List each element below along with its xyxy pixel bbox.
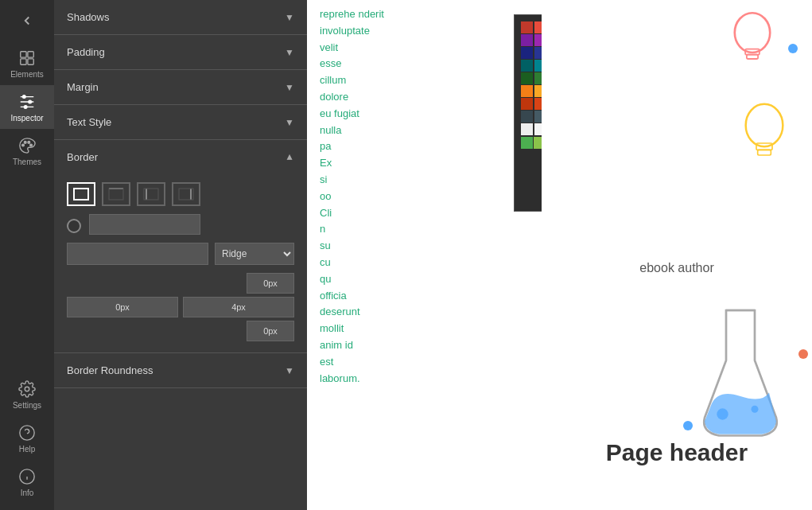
- sidebar-item-info[interactable]: Info: [0, 460, 54, 504]
- color-cell[interactable]: [521, 137, 533, 149]
- document-text: reprehe nderit involuptate velit esse ci…: [307, 0, 514, 510]
- border-color-swatch[interactable]: [67, 219, 81, 233]
- border-top-btn[interactable]: [102, 182, 130, 206]
- padding-label: Padding: [67, 46, 105, 58]
- margin-header[interactable]: Margin ▼: [54, 70, 307, 104]
- color-cell[interactable]: [521, 60, 533, 72]
- sidebar-item-label: Settings: [13, 401, 41, 410]
- border-left-dim[interactable]: 0px: [67, 297, 178, 317]
- border-content: Ridge Solid Dashed Dotted Double Groove …: [54, 174, 307, 352]
- sidebar-item-inspector[interactable]: Inspector: [0, 85, 54, 129]
- color-cell[interactable]: [521, 72, 533, 84]
- border-roundness-section: Border Roundness ▼: [54, 353, 307, 388]
- border-style-row: [67, 182, 294, 206]
- sidebar-item-themes[interactable]: Themes: [0, 129, 54, 173]
- svg-rect-19: [109, 189, 123, 200]
- flask-icon: [693, 303, 788, 446]
- doc-line: oo: [320, 189, 501, 205]
- chevron-down-icon: ▼: [285, 117, 294, 128]
- dot-blue-icon: [788, 44, 798, 53]
- border-right-btn[interactable]: [172, 182, 200, 206]
- doc-line: eu fugiat: [320, 106, 501, 123]
- svg-point-31: [752, 406, 759, 413]
- border-dims-row: 0px 4px: [67, 297, 294, 317]
- sidebar-item-help[interactable]: Help: [0, 416, 54, 460]
- color-cell[interactable]: [521, 34, 533, 46]
- page-header-text: Page header: [542, 439, 812, 466]
- doc-line: anim id: [320, 337, 501, 354]
- ebook-author-text: ebook author: [542, 261, 812, 275]
- doc-line: nulla: [320, 123, 501, 139]
- shadows-header[interactable]: Shadows ▼: [54, 0, 307, 34]
- border-style-input[interactable]: [67, 243, 208, 265]
- doc-line: involuptate: [320, 23, 501, 40]
- margin-label: Margin: [67, 81, 99, 93]
- bulb-pink-icon: [717, 8, 788, 72]
- doc-line: mollit: [320, 321, 501, 337]
- svg-point-9: [28, 142, 30, 144]
- doc-line: Cli: [320, 205, 501, 222]
- svg-rect-17: [74, 189, 88, 200]
- bulb-yellow-icon: [725, 95, 804, 175]
- svg-point-4: [23, 95, 26, 99]
- color-cell[interactable]: [521, 21, 533, 33]
- svg-point-5: [29, 100, 32, 103]
- padding-header[interactable]: Padding ▼: [54, 35, 307, 69]
- border-section: Border ▼: [54, 140, 307, 353]
- border-all-btn[interactable]: [67, 182, 95, 206]
- sidebar-item-elements[interactable]: Elements: [0, 41, 54, 85]
- border-bottom-dim[interactable]: 0px: [247, 321, 294, 341]
- doc-line: laborum.: [320, 371, 501, 387]
- sidebar-item-label: Help: [19, 445, 36, 454]
- svg-point-24: [735, 13, 770, 53]
- doc-line: n: [320, 221, 501, 238]
- left-nav: Elements Inspector Themes Settings: [0, 0, 54, 510]
- color-cell[interactable]: [521, 47, 533, 59]
- doc-line: su: [320, 238, 501, 255]
- border-color-bar[interactable]: [89, 214, 200, 235]
- sidebar-item-label: Themes: [13, 158, 41, 166]
- border-right-dim[interactable]: 4px: [183, 297, 294, 317]
- doc-line: qu: [320, 271, 501, 288]
- doc-line: reprehe nderit: [320, 6, 501, 23]
- shadows-section: Shadows ▼: [54, 0, 307, 35]
- color-cell[interactable]: [521, 98, 533, 110]
- svg-rect-29: [758, 150, 771, 155]
- doc-line: cu: [320, 255, 501, 271]
- text-style-label: Text Style: [67, 116, 111, 128]
- padding-section: Padding ▼: [54, 35, 307, 70]
- color-cell[interactable]: [521, 123, 533, 135]
- chevron-down-icon: ▼: [285, 47, 294, 58]
- chevron-down-icon: ▼: [285, 82, 294, 93]
- color-cell[interactable]: [521, 85, 533, 97]
- svg-point-12: [20, 426, 34, 440]
- svg-point-11: [25, 387, 29, 391]
- doc-line: si: [320, 172, 501, 189]
- svg-point-7: [22, 144, 25, 146]
- chevron-down-icon: ▼: [285, 12, 294, 23]
- sidebar-item-settings[interactable]: Settings: [0, 372, 54, 416]
- dot-blue-2-icon: [683, 421, 693, 430]
- margin-section: Margin ▼: [54, 70, 307, 105]
- chevron-up-icon: ▼: [285, 152, 294, 163]
- inspector-panel: Shadows ▼ Padding ▼ Margin ▼ Text Style …: [54, 0, 307, 510]
- doc-line: cillum: [320, 72, 501, 89]
- border-label: Border: [67, 151, 98, 163]
- color-cell[interactable]: [521, 111, 533, 123]
- chevron-down-icon: ▼: [285, 365, 294, 376]
- border-left-btn[interactable]: [137, 182, 165, 206]
- border-roundness-header[interactable]: Border Roundness ▼: [54, 353, 307, 387]
- svg-rect-26: [747, 55, 758, 59]
- doc-line: pa: [320, 138, 501, 155]
- border-roundness-label: Border Roundness: [67, 364, 153, 376]
- border-style-dropdown[interactable]: Ridge Solid Dashed Dotted Double Groove …: [215, 243, 294, 265]
- border-header[interactable]: Border ▼: [54, 140, 307, 174]
- back-button[interactable]: [11, 6, 43, 35]
- text-style-header[interactable]: Text Style ▼: [54, 105, 307, 139]
- svg-rect-1: [28, 52, 33, 57]
- svg-rect-2: [21, 59, 26, 64]
- doc-line: Ex: [320, 155, 501, 172]
- border-top-dim[interactable]: 0px: [247, 273, 294, 294]
- svg-point-10: [30, 144, 33, 146]
- svg-point-27: [746, 104, 783, 146]
